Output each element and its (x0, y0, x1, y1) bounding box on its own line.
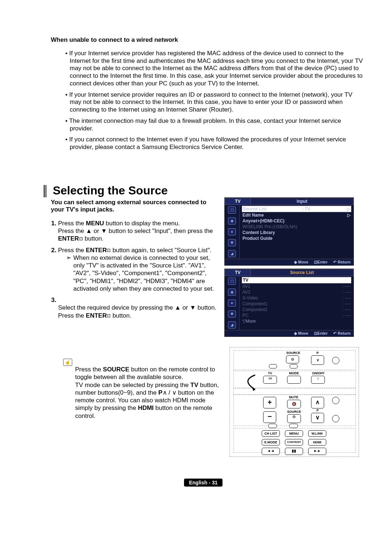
subsection-heading: When unable to connect to a wired networ… (51, 36, 363, 44)
osd-title: Input (251, 198, 354, 205)
remote-small-button (332, 357, 339, 364)
step-item: Press the MENU button to display the men… (58, 219, 218, 243)
osd-row: AV2: ---- (242, 289, 351, 295)
remote-label: MODE (288, 371, 300, 375)
osd-nav-icons: ▢ ◉ ● ✱ ◢ (225, 205, 240, 259)
osd-row: Component2: ---- (242, 307, 351, 313)
osd-tab: TV (225, 198, 251, 205)
p-down-button-2: ∨ (311, 413, 324, 423)
osd-footer: ◆ Move ⊡Enter ↶ Return (225, 330, 354, 337)
p-up-button: ∧ (311, 397, 324, 408)
section-heading: Selecting the Source (53, 184, 168, 197)
section-intro: You can select among external sources co… (51, 199, 218, 213)
tv-icon: ▢ (228, 278, 236, 285)
steps-list: Press the MENU button to display the men… (51, 219, 218, 319)
remote-diagram: SOURCE ⊙ P ∨ TV ▭ MODE ON/OFF ☼ (229, 347, 359, 457)
note-arrow-icon: ➣ (66, 254, 71, 293)
osd-row: PC: ---- (242, 313, 351, 318)
help-icon: ◢ (228, 321, 236, 329)
mode-button (287, 376, 301, 384)
remote-label: TV (266, 371, 274, 375)
mute-button: 🔇 (287, 400, 301, 408)
remote-label: MUTE (287, 395, 300, 399)
help-icon: ◢ (228, 250, 236, 257)
enter-icon: ⊡ (107, 247, 111, 253)
globe-icon: ● (228, 228, 236, 235)
remote-label: P (314, 351, 321, 355)
step-item: Press the ENTER⊡ button again, to select… (58, 246, 218, 293)
remote-label: P (314, 408, 321, 412)
heading-bar-icon (44, 185, 47, 197)
remote-note: ☝ Press the SOURCE button on the remote … (63, 358, 223, 420)
osd-footer: ◆ Move ⊡Enter ↶ Return (225, 259, 354, 265)
source-button-2: ⊙ (287, 414, 301, 423)
chlist-button: CH LIST (262, 430, 280, 437)
osd-row: S-Video: ---- (242, 295, 351, 301)
osd-title: Source List (251, 269, 354, 276)
osd-list: Source List: TV▷ Edit Name▷ Anynet+(HDMI… (240, 205, 354, 259)
bullet-item: If your Internet service provider requir… (65, 91, 363, 114)
forward-button: ►► (308, 448, 326, 455)
tv-button: ▭ (263, 376, 277, 384)
osd-menu-input: TV Input ▢ ◉ ● ✱ ◢ Source List: TV▷ (224, 197, 354, 266)
vol-up-button: + (263, 397, 276, 408)
content-button: CONTENT (285, 439, 303, 446)
remote-label: SOURCE (284, 351, 302, 355)
tool-icon: ✱ (228, 310, 236, 318)
tv-icon: ▢ (228, 206, 236, 214)
hand-icon: ☝ (63, 359, 72, 366)
step-note: When no external device is connected to … (73, 254, 218, 293)
bullet-item: The internet connection may fail due to … (65, 117, 363, 132)
gear-icon: ◉ (228, 217, 236, 225)
enter-icon: ⊡ (79, 236, 83, 242)
emode-button: E.MODE (262, 439, 280, 446)
osd-menu-source-list: TV Source List ▢ ◉ ● ✱ ◢ TV AV1: ---- AV… (224, 269, 354, 337)
bullet-list: If your Internet service provider has re… (51, 50, 363, 151)
globe-icon: ● (228, 299, 236, 307)
osd-tab: TV (225, 269, 251, 276)
osd-list: TV AV1: ---- AV2: ---- S-Video: ---- Com… (240, 276, 354, 330)
remote-small-button (269, 364, 277, 368)
remote-small-button (290, 364, 298, 368)
hdmi-button: HDMI (308, 439, 326, 446)
osd-row: Anynet+(HDMI-CEC) (242, 218, 351, 224)
remote-label: SOURCE (287, 410, 300, 414)
osd-nav-icons: ▢ ◉ ● ✱ ◢ (225, 276, 240, 330)
enter-icon: ⊡ (107, 313, 111, 318)
vol-down-button: − (263, 411, 276, 423)
bullet-item: If your Internet service provider has re… (65, 50, 363, 88)
osd-row: Content Library (242, 230, 351, 235)
menu-button: MENU (285, 430, 303, 437)
source-button: ⊙ (286, 355, 299, 363)
osd-row: Edit Name▷ (242, 212, 351, 218)
bullet-item: If you cannot connect to the Internet ev… (65, 136, 363, 151)
osd-row: WISELINK Pro (USB/DLNA) (242, 224, 351, 230)
remote-small-button (268, 424, 277, 428)
pause-button: ▮▮ (285, 448, 303, 455)
osd-row: Source List: TV▷ (242, 206, 351, 212)
tool-icon: ✱ (228, 239, 236, 246)
osd-row-more: ▽More (242, 318, 351, 324)
wlink-button: W.LINK (308, 430, 326, 437)
remote-small-button (289, 424, 298, 428)
rewind-button: ◄◄ (262, 448, 280, 455)
callout-arrow-icon (237, 371, 259, 393)
osd-row: Product Guide (242, 235, 351, 241)
step-item: Select the required device by pressing t… (58, 296, 218, 319)
remote-small-button (332, 397, 339, 404)
gear-icon: ◉ (228, 289, 236, 296)
p-down-button: ∨ (311, 355, 324, 365)
remote-small-button (332, 415, 339, 422)
osd-row: Component1: ---- (242, 301, 351, 307)
osd-row: TV (242, 277, 351, 283)
page-footer: English - 31 (184, 479, 223, 487)
remote-label: ON/OFF (310, 371, 326, 375)
onoff-button: ☼ (311, 376, 325, 384)
osd-row: AV1: ---- (242, 283, 351, 289)
